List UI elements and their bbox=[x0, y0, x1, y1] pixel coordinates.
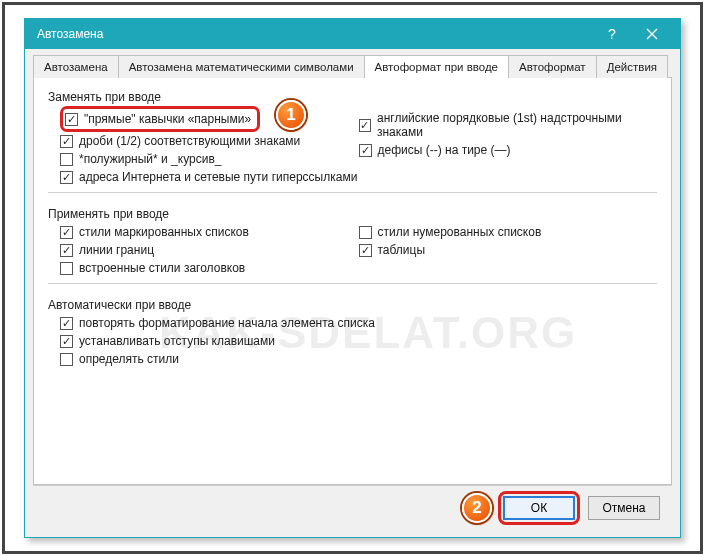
checkbox-box bbox=[359, 226, 372, 239]
checkbox-box bbox=[60, 171, 73, 184]
annotation-badge-1: 1 bbox=[276, 100, 306, 130]
checkbox-label: стили нумерованных списков bbox=[378, 225, 542, 239]
checkbox-label: "прямые" кавычки «парными» bbox=[84, 112, 251, 126]
button-bar: 2 ОК Отмена bbox=[33, 485, 672, 529]
checkbox-straight-quotes[interactable]: "прямые" кавычки «парными» bbox=[65, 110, 251, 128]
help-button[interactable]: ? bbox=[592, 19, 632, 49]
checkbox-box bbox=[60, 153, 73, 166]
checkbox-label: *полужирный* и _курсив_ bbox=[79, 152, 221, 166]
checkbox-bold-italic[interactable]: *полужирный* и _курсив_ bbox=[60, 150, 359, 168]
checkbox-bullet-styles[interactable]: стили маркированных списков bbox=[60, 223, 359, 241]
checkbox-define-styles[interactable]: определять стили bbox=[60, 350, 657, 368]
checkbox-box bbox=[60, 244, 73, 257]
checkbox-box bbox=[65, 113, 78, 126]
titlebar[interactable]: Автозамена ? bbox=[25, 19, 680, 49]
checkbox-fractions[interactable]: дроби (1/2) соответствующими знаками bbox=[60, 132, 359, 150]
close-icon bbox=[646, 28, 658, 40]
tab-autocorrect[interactable]: Автозамена bbox=[33, 55, 119, 78]
checkbox-hyphens-dash[interactable]: дефисы (--) на тире (—) bbox=[359, 141, 658, 159]
checkbox-label: дефисы (--) на тире (—) bbox=[378, 143, 511, 157]
checkbox-box bbox=[60, 335, 73, 348]
checkbox-label: дроби (1/2) соответствующими знаками bbox=[79, 134, 300, 148]
group-replace-label: Заменять при вводе bbox=[48, 86, 657, 106]
checkbox-tables[interactable]: таблицы bbox=[359, 241, 658, 259]
ok-button[interactable]: ОК bbox=[503, 496, 575, 520]
checkbox-box bbox=[60, 353, 73, 366]
tab-autoformat-typing[interactable]: Автоформат при вводе bbox=[364, 55, 509, 78]
checkbox-box bbox=[60, 226, 73, 239]
checkbox-numbered-styles[interactable]: стили нумерованных списков bbox=[359, 223, 658, 241]
cancel-button[interactable]: Отмена bbox=[588, 496, 660, 520]
checkbox-repeat-list-format[interactable]: повторять форматирование начала элемента… bbox=[60, 314, 657, 332]
checkbox-hyperlinks[interactable]: адреса Интернета и сетевые пути гиперссы… bbox=[60, 168, 359, 186]
checkbox-label: линии границ bbox=[79, 243, 154, 257]
close-button[interactable] bbox=[632, 19, 672, 49]
window-title: Автозамена bbox=[37, 27, 592, 41]
checkbox-builtin-heading-styles[interactable]: встроенные стили заголовков bbox=[60, 259, 359, 277]
tab-autoformat[interactable]: Автоформат bbox=[508, 55, 597, 78]
tab-actions[interactable]: Действия bbox=[596, 55, 668, 78]
checkbox-box bbox=[359, 144, 372, 157]
annotation-badge-2: 2 bbox=[462, 493, 492, 523]
checkbox-label: таблицы bbox=[378, 243, 426, 257]
checkbox-label: адреса Интернета и сетевые пути гиперссы… bbox=[79, 170, 357, 184]
checkbox-label: устанавливать отступы клавишами bbox=[79, 334, 275, 348]
checkbox-box bbox=[359, 244, 372, 257]
checkbox-ordinals[interactable]: английские порядковые (1st) надстрочными… bbox=[359, 109, 658, 141]
checkbox-box bbox=[359, 119, 371, 132]
tabpanel-autoformat-typing: KAK-SDELAT.ORG Заменять при вводе "прямы… bbox=[33, 78, 672, 485]
group-auto-label: Автоматически при вводе bbox=[48, 294, 657, 314]
checkbox-border-lines[interactable]: линии границ bbox=[60, 241, 359, 259]
checkbox-label: определять стили bbox=[79, 352, 179, 366]
autocorrect-dialog: Автозамена ? Автозамена Автозамена матем… bbox=[24, 18, 681, 538]
checkbox-box bbox=[60, 262, 73, 275]
checkbox-label: стили маркированных списков bbox=[79, 225, 249, 239]
checkbox-label: встроенные стили заголовков bbox=[79, 261, 245, 275]
checkbox-label: английские порядковые (1st) надстрочными… bbox=[377, 111, 657, 139]
tabs: Автозамена Автозамена математическими си… bbox=[33, 55, 672, 78]
checkbox-box bbox=[60, 135, 73, 148]
group-apply-label: Применять при вводе bbox=[48, 203, 657, 223]
tab-math-autocorrect[interactable]: Автозамена математическими символами bbox=[118, 55, 365, 78]
checkbox-set-indent-keys[interactable]: устанавливать отступы клавишами bbox=[60, 332, 657, 350]
checkbox-box bbox=[60, 317, 73, 330]
checkbox-label: повторять форматирование начала элемента… bbox=[79, 316, 375, 330]
